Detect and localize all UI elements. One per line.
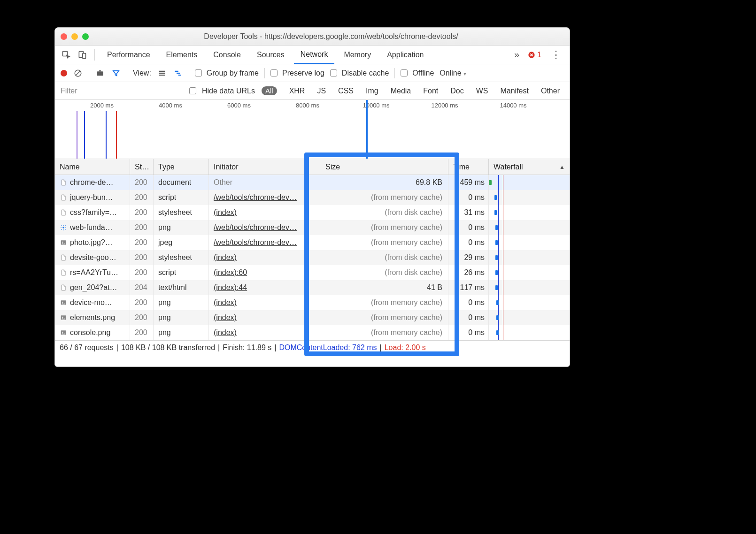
filter-type-other[interactable]: Other xyxy=(541,87,560,95)
timeline-cursor[interactable] xyxy=(366,100,368,159)
request-initiator[interactable]: /web/tools/chrome-dev… xyxy=(209,235,305,250)
record-button[interactable] xyxy=(61,70,67,76)
tab-elements[interactable]: Elements xyxy=(160,46,204,64)
table-row[interactable]: css?family=…200stylesheet(index)(from di… xyxy=(55,205,570,220)
table-row[interactable]: rs=AA2YrTu…200script(index):60(from disk… xyxy=(55,265,570,280)
more-tabs-icon[interactable]: » xyxy=(511,49,522,60)
filter-type-font[interactable]: Font xyxy=(423,87,438,95)
throttling-select[interactable]: Online▾ xyxy=(440,69,466,77)
column-time[interactable]: Time xyxy=(448,159,489,175)
request-table: chrome-de…200documentOther69.8 KB459 msj… xyxy=(55,175,570,340)
table-row[interactable]: jquery-bun…200script/web/tools/chrome-de… xyxy=(55,190,570,205)
request-initiator[interactable]: /web/tools/chrome-dev… xyxy=(209,190,305,205)
preserve-log-checkbox[interactable]: Preserve log xyxy=(270,69,324,77)
request-name: web-funda… xyxy=(70,223,113,232)
img-icon xyxy=(60,299,67,306)
separator xyxy=(94,49,95,61)
minimize-window-button[interactable] xyxy=(71,33,78,40)
clear-icon[interactable] xyxy=(73,68,83,78)
table-row[interactable]: chrome-de…200documentOther69.8 KB459 ms xyxy=(55,175,570,190)
column-name[interactable]: Name xyxy=(55,159,130,175)
table-row[interactable]: gen_204?at…204text/html(index):4441 B117… xyxy=(55,280,570,295)
zoom-window-button[interactable] xyxy=(82,33,89,40)
request-initiator[interactable]: (index):60 xyxy=(209,265,305,280)
column-waterfall[interactable]: Waterfall▲ xyxy=(489,159,570,175)
filter-type-img[interactable]: Img xyxy=(366,87,378,95)
separator xyxy=(127,68,127,78)
request-size: (from memory cache) xyxy=(305,295,448,310)
group-by-frame-checkbox[interactable]: Group by frame xyxy=(195,69,259,77)
waterfall-view-icon[interactable] xyxy=(173,68,183,78)
filter-icon[interactable] xyxy=(111,68,121,78)
request-initiator[interactable]: (index) xyxy=(209,310,305,325)
filter-type-all[interactable]: All xyxy=(262,86,277,95)
request-size: (from disk cache) xyxy=(305,265,448,280)
table-row[interactable]: photo.jpg?…200jpeg/web/tools/chrome-dev…… xyxy=(55,235,570,250)
tab-console[interactable]: Console xyxy=(207,46,247,64)
svg-rect-5 xyxy=(97,71,103,76)
filter-type-media[interactable]: Media xyxy=(391,87,411,95)
filter-type-xhr[interactable]: XHR xyxy=(289,87,305,95)
hide-data-urls-checkbox[interactable]: Hide data URLs xyxy=(189,87,255,95)
table-row[interactable]: web-funda…200png/web/tools/chrome-dev…(f… xyxy=(55,220,570,235)
table-row[interactable]: elements.png200png(index)(from memory ca… xyxy=(55,310,570,325)
request-initiator[interactable]: (index) xyxy=(209,205,305,220)
request-name: css?family=… xyxy=(70,208,117,217)
request-waterfall xyxy=(489,310,570,325)
close-window-button[interactable] xyxy=(61,33,67,40)
request-type: png xyxy=(154,325,209,340)
svg-point-16 xyxy=(62,302,63,303)
request-type: png xyxy=(154,295,209,310)
filter-type-doc[interactable]: Doc xyxy=(450,87,463,95)
tab-memory[interactable]: Memory xyxy=(337,46,378,64)
table-row[interactable]: devsite-goo…200stylesheet(index)(from di… xyxy=(55,250,570,265)
capture-screenshots-icon[interactable] xyxy=(95,68,105,78)
large-rows-icon[interactable] xyxy=(157,68,167,78)
table-row[interactable]: console.png200png(index)(from memory cac… xyxy=(55,325,570,340)
request-status: 200 xyxy=(130,310,154,325)
request-initiator[interactable]: (index) xyxy=(209,295,305,310)
request-initiator[interactable]: (index):44 xyxy=(209,280,305,295)
filter-type-ws[interactable]: WS xyxy=(476,87,488,95)
tab-network[interactable]: Network xyxy=(294,46,335,64)
doc-icon xyxy=(60,209,67,216)
window-title: Developer Tools - https://developers.goo… xyxy=(98,32,564,41)
table-row[interactable]: device-mo…200png(index)(from memory cach… xyxy=(55,295,570,310)
request-initiator[interactable]: (index) xyxy=(209,250,305,265)
tab-performance[interactable]: Performance xyxy=(100,46,157,64)
separator xyxy=(394,68,395,78)
timeline-marker xyxy=(106,111,107,159)
request-waterfall xyxy=(489,280,570,295)
offline-checkbox[interactable]: Offline xyxy=(401,69,434,77)
column-initiator[interactable]: Initiator xyxy=(209,159,305,175)
disable-cache-checkbox[interactable]: Disable cache xyxy=(330,69,389,77)
request-name: elements.png xyxy=(70,313,115,322)
filter-input[interactable] xyxy=(61,85,183,97)
column-size[interactable]: Size xyxy=(305,159,448,175)
filter-type-css[interactable]: CSS xyxy=(338,87,354,95)
filter-bar: Hide data URLs All XHRJSCSSImgMediaFontD… xyxy=(55,82,570,100)
column-status[interactable]: St… xyxy=(130,159,154,175)
filter-type-js[interactable]: JS xyxy=(317,87,326,95)
timeline-tick: 2000 ms xyxy=(90,102,114,109)
svg-point-14 xyxy=(62,242,63,243)
request-initiator[interactable]: /web/tools/chrome-dev… xyxy=(209,220,305,235)
table-header: Name St… Type Initiator Size Time Waterf… xyxy=(55,159,570,175)
device-toolbar-icon[interactable] xyxy=(76,48,89,61)
svg-rect-6 xyxy=(159,70,165,71)
request-time: 26 ms xyxy=(448,265,489,280)
svg-rect-2 xyxy=(83,53,86,58)
tab-application[interactable]: Application xyxy=(380,46,430,64)
settings-menu-icon[interactable]: ⋮ xyxy=(547,49,565,61)
timeline-overview[interactable]: 2000 ms4000 ms6000 ms8000 ms10000 ms1200… xyxy=(55,100,570,159)
inspect-element-icon[interactable] xyxy=(60,48,73,61)
filter-type-manifest[interactable]: Manifest xyxy=(500,87,528,95)
tab-sources[interactable]: Sources xyxy=(250,46,291,64)
column-type[interactable]: Type xyxy=(154,159,209,175)
request-status: 200 xyxy=(130,295,154,310)
svg-rect-10 xyxy=(177,72,180,73)
request-initiator[interactable]: (index) xyxy=(209,325,305,340)
doc-icon xyxy=(60,194,67,201)
error-badge[interactable]: 1 xyxy=(528,51,541,59)
status-bar: 66 / 67 requests | 108 KB / 108 KB trans… xyxy=(55,340,570,354)
